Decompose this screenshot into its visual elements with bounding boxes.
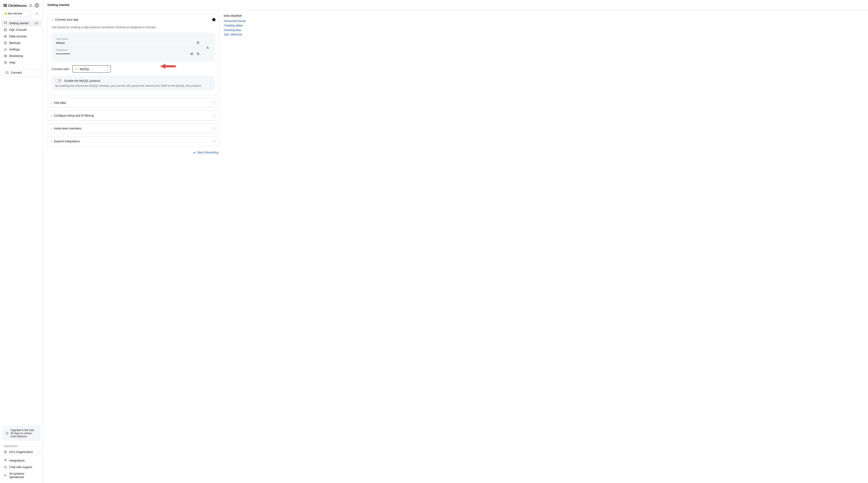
dive-deeper-link[interactable]: Advanced tutorial [224, 20, 274, 23]
intro-text: Get started by creating a high-powered s… [52, 24, 215, 33]
svg-point-4 [4, 61, 6, 64]
card-invite: › Invite team members [48, 123, 219, 133]
card-title: Connect your app [55, 18, 79, 21]
password-label: Password [56, 49, 190, 51]
nav-label: All systems operational [9, 472, 39, 479]
sliders-icon [4, 48, 7, 51]
connect-with-select[interactable]: MySQL ⌃⌄ [72, 65, 111, 72]
username-row: Username default [56, 36, 200, 47]
terminal-icon [4, 28, 7, 31]
skip-onboarding-link[interactable]: Skip Onboarding [193, 151, 218, 154]
connect-with-value: MySQL [80, 67, 90, 71]
nav-backups[interactable]: Backups [1, 39, 41, 46]
card-connect-app: ⌄ Connect your app ✓ Get started by crea… [48, 14, 219, 95]
main: Getting started ⌄ Connect your app ✓ Get… [43, 0, 868, 483]
status-circle-icon [212, 114, 215, 117]
logo-icon [4, 4, 7, 7]
svg-rect-13 [165, 65, 176, 67]
password-row: Password •••••••••••••• [56, 47, 200, 58]
reveal-password-icon[interactable] [190, 52, 194, 56]
nav-data-sources[interactable]: Data sources [1, 33, 41, 39]
svg-rect-0 [4, 29, 6, 31]
nav-label: Getting started [9, 22, 29, 25]
chevron-right-icon: › [51, 101, 52, 104]
connect-button[interactable]: Connect [3, 69, 40, 76]
nav-help[interactable]: Help [1, 59, 41, 66]
org-heading: Organization [0, 443, 43, 449]
enable-mysql-description: By enabling the ClickHouse MySQL interfa… [55, 84, 211, 88]
upgrade-notice[interactable]: Upgrade in the next 30 days to unlock mo… [3, 426, 40, 441]
double-check-icon [193, 151, 196, 154]
connect-with-label: Connect with: [52, 67, 70, 71]
upgrade-text: Upgrade in the next 30 days to unlock mo… [10, 428, 37, 438]
status-circle-icon [212, 127, 215, 130]
card-title: Add data [54, 101, 66, 104]
svg-point-10 [191, 53, 192, 54]
enable-mysql-block: Enable the MySQL protocol By enabling th… [52, 76, 215, 91]
bottom-nav: Integrations Chat with support All syste… [0, 455, 43, 483]
nav-label: Monitoring [9, 54, 23, 58]
svg-marker-14 [160, 64, 165, 68]
card-header-connect[interactable]: ⌄ Connect your app ✓ [48, 15, 219, 24]
status-dot-icon [4, 474, 7, 477]
chevron-updown-icon: ⌃⌄ [28, 11, 30, 15]
credentials-block: Username default Password [52, 33, 215, 62]
service-selector[interactable]: test service ⌃⌄ [3, 10, 32, 17]
annotation-arrow-icon [160, 63, 176, 69]
password-value: •••••••••••••• [56, 52, 190, 56]
card-header-invite[interactable]: › Invite team members [48, 124, 219, 133]
connect-label: Connect [11, 71, 22, 74]
chevron-updown-icon: ⌃⌄ [106, 67, 108, 71]
mysql-icon [75, 67, 78, 70]
dive-deeper-link[interactable]: Inserting data [224, 29, 274, 32]
card-explore: › Explore integrations [48, 136, 219, 147]
nav-label: Data sources [9, 35, 27, 38]
enable-mysql-toggle[interactable] [55, 79, 62, 83]
card-configure: › Configure idling and IP filtering [48, 110, 219, 121]
chat-icon [4, 465, 7, 469]
plug-icon [5, 71, 8, 74]
dive-deeper-link[interactable]: SQL reference [224, 33, 274, 36]
add-service-button[interactable] [34, 10, 40, 17]
copy-username-icon[interactable] [196, 41, 200, 45]
svg-rect-5 [6, 72, 8, 73]
sidebar-header: ClickHouse DA [0, 0, 43, 10]
nav-label: SQL Console [9, 28, 27, 31]
nav-status[interactable]: All systems operational [1, 470, 41, 480]
chevron-right-icon: › [51, 140, 52, 143]
status-circle-icon [212, 101, 215, 104]
dive-deeper-link[interactable]: Creating tables [224, 24, 274, 27]
nav-label: Integrations [9, 459, 25, 462]
org-item[interactable]: DA's Organization › [0, 449, 43, 455]
nav-integrations[interactable]: Integrations [1, 457, 41, 464]
card-header-explore[interactable]: › Explore integrations [48, 136, 219, 146]
status-circle-icon [212, 140, 215, 143]
username-value: default [56, 41, 196, 44]
copy-password-icon[interactable] [196, 52, 200, 56]
bell-icon[interactable] [29, 4, 32, 7]
puzzle-icon [4, 459, 7, 462]
service-name: test service [8, 12, 22, 15]
username-label: Username [56, 37, 196, 40]
nav-sql-console[interactable]: SQL Console [1, 26, 41, 33]
nav-chat-support[interactable]: Chat with support [1, 464, 41, 470]
card-header-add-data[interactable]: › Add data [48, 98, 219, 107]
chevron-down-icon: ⌄ [51, 18, 53, 21]
chart-icon [4, 54, 7, 58]
nav-settings[interactable]: Settings [1, 46, 41, 53]
download-credentials-icon[interactable] [206, 45, 210, 49]
card-title: Invite team members [54, 127, 81, 130]
brand-logo[interactable]: ClickHouse [4, 4, 27, 7]
card-header-configure[interactable]: › Configure idling and IP filtering [48, 111, 219, 120]
connect-with-row: Connect with: MySQL ⌃⌄ [52, 62, 215, 76]
card-title: Configure idling and IP filtering [54, 114, 94, 117]
nav-monitoring[interactable]: Monitoring [1, 53, 41, 59]
brand-name: ClickHouse [8, 4, 27, 7]
org-name: DA's Organization [9, 450, 33, 454]
nav-getting-started[interactable]: Getting started 1/5 [1, 20, 41, 26]
database-icon [4, 35, 7, 38]
rocket-icon [4, 22, 7, 25]
svg-rect-7 [4, 451, 6, 453]
chevron-right-icon: › [38, 450, 39, 454]
avatar[interactable]: DA [35, 3, 39, 8]
